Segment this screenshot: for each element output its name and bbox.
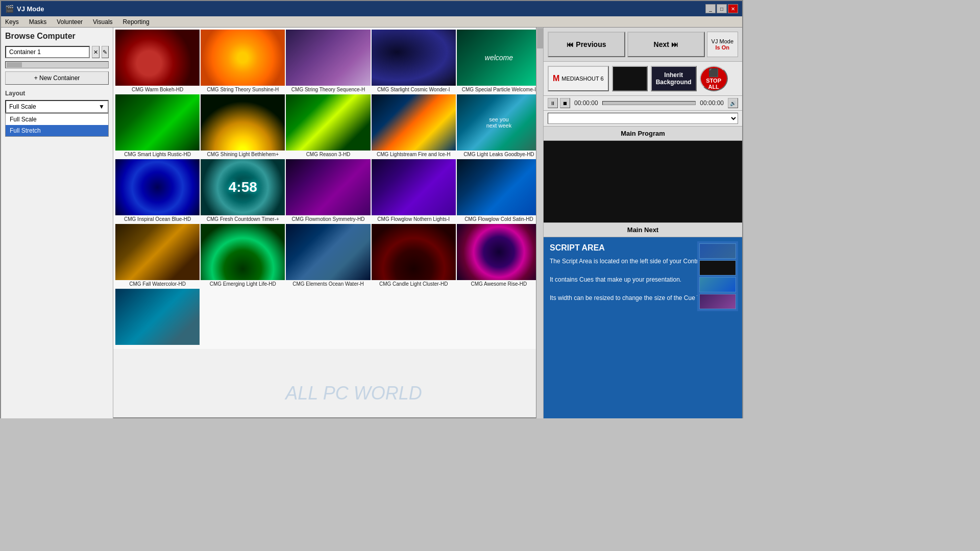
thumb-image-7 (286, 94, 370, 151)
media-shout-label: MEDIASHOUT 6 (561, 76, 603, 82)
layout-current-value: Full Scale (9, 103, 36, 110)
grid-item-8[interactable]: CMG Lightstream Fire and Ice-H (372, 94, 456, 158)
container-input[interactable] (5, 46, 90, 58)
grid-item-3[interactable]: CMG Starlight Cosmic Wonder-I (372, 30, 456, 93)
thumb-image-11: 4:58 (201, 159, 285, 215)
thumb-label-1: CMG String Theory Sunshine-H (201, 86, 285, 93)
grid-item-19[interactable]: CMG Awesome Rise-HD (457, 224, 541, 288)
menu-reporting[interactable]: Reporting (123, 18, 150, 26)
thumb-image-5 (115, 94, 200, 151)
menu-keys[interactable]: Keys (5, 18, 19, 26)
media-grid: CMG Warm Bokeh-HDCMG String Theory Sunsh… (113, 28, 543, 349)
grid-item-17[interactable]: CMG Elements Ocean Water-H (286, 224, 370, 288)
main-next-label: Main Next (544, 222, 742, 237)
thumb-image-19 (457, 224, 541, 280)
menu-masks[interactable]: Masks (29, 18, 47, 26)
script-thumb-4 (699, 294, 736, 309)
grid-item-6[interactable]: CMG Shining Light Bethlehem+ (201, 94, 285, 158)
thumb-label-10: CMG Inspiral Ocean Blue-HD (115, 215, 200, 223)
right-panel: ⏮ Previous Next ⏭ VJ Mode Is On M MEDIAS… (543, 28, 742, 418)
previous-button[interactable]: ⏮ Previous (548, 32, 625, 57)
thumb-label-3: CMG Starlight Cosmic Wonder-I (372, 86, 456, 93)
next-button[interactable]: Next ⏭ (627, 32, 705, 57)
thumb-image-0 (115, 30, 200, 86)
script-thumb-3 (699, 277, 736, 292)
thumb-label-8: CMG Lightstream Fire and Ice-H (372, 151, 456, 158)
browse-title: Browse Computer (5, 32, 109, 41)
container-clear-button[interactable]: ✕ (92, 46, 100, 58)
grid-item-18[interactable]: CMG Candle Light Cluster-HD (372, 224, 456, 288)
media-shout-button[interactable]: M MEDIASHOUT 6 (548, 66, 609, 91)
thumb-image-12 (286, 159, 370, 215)
output-select[interactable] (548, 113, 738, 124)
thumb-label-9: CMG Light Leaks Goodbye-HD (457, 151, 541, 158)
menu-visuals[interactable]: Visuals (93, 18, 112, 26)
thumb-label-18: CMG Candle Light Cluster-HD (372, 280, 456, 288)
minimize-button[interactable]: _ (705, 4, 716, 13)
thumb-image-20 (115, 289, 200, 345)
black-preview-box[interactable] (612, 66, 648, 91)
close-button[interactable]: ✕ (728, 4, 738, 13)
inherit-background-button[interactable]: Inherit Background (651, 66, 697, 91)
time-end: 00:00:00 (698, 98, 726, 108)
thumb-label-15: CMG Fall Watercolor-HD (115, 280, 200, 288)
vertical-scrollbar[interactable] (536, 28, 543, 418)
menu-volunteer[interactable]: Volunteer (57, 18, 83, 26)
script-thumbnails (697, 241, 738, 311)
grid-item-9[interactable]: see younext weekCMG Light Leaks Goodbye-… (457, 94, 541, 158)
grid-item-16[interactable]: CMG Emerging Light Life-HD (201, 224, 285, 288)
chevron-down-icon: ▼ (99, 103, 105, 110)
thumb-image-9: see younext week (457, 94, 541, 151)
container-row: ✕ ✎ (5, 46, 109, 58)
main-program-label: Main Program (544, 127, 742, 141)
thumb-label-20 (115, 345, 200, 347)
layout-option-full-stretch[interactable]: Full Stretch (6, 125, 108, 136)
volume-button[interactable]: 🔊 (728, 98, 738, 108)
grid-item-0[interactable]: CMG Warm Bokeh-HD (115, 30, 200, 93)
maximize-button[interactable]: □ (717, 4, 727, 13)
prev-icon: ⏮ (567, 40, 574, 48)
container-edit-button[interactable]: ✎ (102, 46, 109, 58)
vj-mode-status: Is On (716, 44, 730, 51)
transport-controls: ⏮ Previous Next ⏭ VJ Mode Is On (544, 28, 742, 62)
progress-bar[interactable] (602, 101, 696, 105)
grid-item-13[interactable]: CMG Flowglow Nothern Lights-I (372, 159, 456, 223)
thumb-label-16: CMG Emerging Light Life-HD (201, 280, 285, 288)
thumb-image-2 (286, 30, 370, 86)
transport-bar: ⏸ ⏹ 00:00:00 00:00:00 🔊 (544, 96, 742, 111)
previous-label: Previous (576, 40, 606, 48)
left-panel: Browse Computer ✕ ✎ + New Container Layo… (1, 28, 113, 418)
grid-item-11[interactable]: 4:58CMG Fresh Countdown Timer-+ (201, 159, 285, 223)
grid-item-1[interactable]: CMG String Theory Sunshine-H (201, 30, 285, 93)
layout-select-button[interactable]: Full Scale ▼ (5, 100, 109, 113)
grid-item-20[interactable] (115, 289, 200, 347)
script-area: SCRIPT AREA The Script Area is located o… (544, 237, 742, 418)
thumb-image-15 (115, 224, 200, 280)
stop-all-button[interactable]: ⬛ STOP ALL (700, 66, 728, 91)
stop-all-label: STOP ALL (701, 78, 727, 90)
grid-item-10[interactable]: CMG Inspiral Ocean Blue-HD (115, 159, 200, 223)
thumb-label-4: CMG Special Particle Welcome-I (457, 86, 541, 93)
grid-item-2[interactable]: CMG String Theory Sequence-H (286, 30, 370, 93)
horizontal-scrollbar[interactable] (5, 61, 109, 68)
grid-item-12[interactable]: CMG Flowmotion Symmetry-HD (286, 159, 370, 223)
grid-item-7[interactable]: CMG Reason 3-HD (286, 94, 370, 158)
play-pause-button[interactable]: ⏸ (548, 98, 558, 108)
layout-option-full-scale[interactable]: Full Scale (6, 114, 108, 125)
title-bar: 🎬 VJ Mode _ □ ✕ (1, 1, 742, 16)
dropdown-row (544, 111, 742, 127)
grid-item-5[interactable]: CMG Smart Lights Rustic-HD (115, 94, 200, 158)
stop-icon: ⬛ (708, 68, 719, 78)
layout-label: Layout (5, 90, 109, 97)
watermark: ALL PC WORLD (252, 383, 456, 404)
main-layout: Browse Computer ✕ ✎ + New Container Layo… (1, 28, 742, 418)
main-window: 🎬 VJ Mode _ □ ✕ Keys Masks Volunteer Vis… (0, 0, 743, 418)
new-container-button[interactable]: + New Container (5, 71, 109, 85)
thumb-image-3 (372, 30, 456, 86)
thumb-label-11: CMG Fresh Countdown Timer-+ (201, 215, 285, 223)
grid-item-4[interactable]: welcomeCMG Special Particle Welcome-I (457, 30, 541, 93)
grid-item-15[interactable]: CMG Fall Watercolor-HD (115, 224, 200, 288)
grid-item-14[interactable]: CMG Flowglow Cold Satin-HD (457, 159, 541, 223)
thumb-image-1 (201, 30, 285, 86)
stop-button[interactable]: ⏹ (560, 98, 570, 108)
